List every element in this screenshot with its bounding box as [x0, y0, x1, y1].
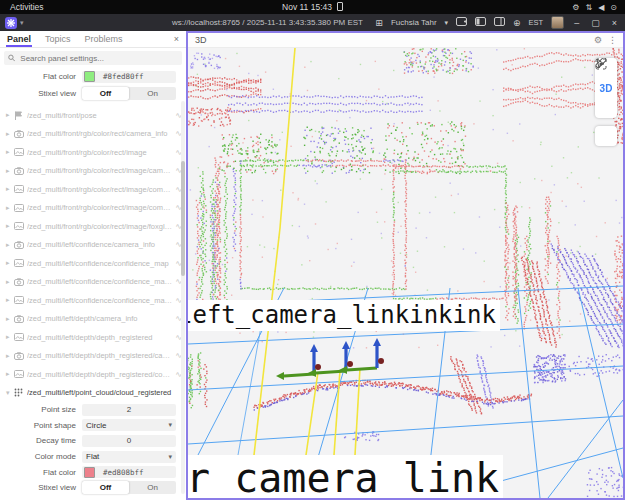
search-bar[interactable]: [4, 51, 182, 65]
expand-arrow-icon[interactable]: ▸: [6, 130, 14, 138]
toggle-option-on[interactable]: On: [129, 87, 176, 100]
setting-row: Color modeFlat▾: [0, 449, 186, 465]
expand-arrow-icon[interactable]: ▸: [6, 296, 14, 304]
setting-row: Decay time0: [0, 433, 186, 449]
topic-row[interactable]: ▸/zed_multi/left/confidence/confidence_m…: [0, 291, 186, 310]
topic-row[interactable]: ▸/zed_multi/front/rgb/color/rect/image/c…: [0, 162, 186, 181]
camera-icon: [14, 315, 27, 323]
select-input[interactable]: Flat▾: [82, 451, 176, 463]
tf-axis-green-arrowhead: [276, 372, 284, 380]
expand-arrow-icon[interactable]: ▸: [6, 315, 14, 323]
connection-status[interactable]: ws://localhost:8765 / 2025-11-11 3:43:35…: [160, 18, 375, 27]
camera-mode-button[interactable]: 3D: [595, 78, 617, 98]
topic-row[interactable]: ▸/zed_multi/left/depth/camera_info∿: [0, 310, 186, 329]
close-button[interactable]: ×: [610, 18, 619, 28]
activities-button[interactable]: Activities: [0, 2, 44, 12]
topic-name: /zed_multi/left/point_cloud/cloud_regist…: [27, 388, 182, 397]
power-icon[interactable]: ⊙: [610, 3, 617, 12]
expand-arrow-icon[interactable]: ▸: [6, 111, 14, 119]
topic-row[interactable]: ▸/zed_multi/left/depth/depth_registered/…: [0, 347, 186, 366]
expand-arrow-icon[interactable]: ▸: [6, 333, 14, 341]
color-swatch[interactable]: [84, 71, 95, 82]
tf-axis-red: [378, 358, 384, 364]
topic-row[interactable]: ▸/zed_multi/front/rgb/color/rect/camera_…: [0, 125, 186, 144]
right-sidebar-toggle-icon[interactable]: [494, 17, 505, 28]
add-panel-icon[interactable]: [456, 17, 467, 28]
topic-row[interactable]: ▸/zed_multi/front/rgb/color/rect/image/c…: [0, 199, 186, 218]
3d-panel-header: 3D ⚙ ⋮: [188, 33, 623, 48]
camera-ray: [334, 370, 340, 455]
app-menu-chevron-icon[interactable]: ▾: [20, 19, 24, 27]
tab-topics[interactable]: Topics: [38, 31, 78, 47]
clock[interactable]: Nov 11 15:43: [0, 2, 625, 12]
sidebar-scrollbar[interactable]: [181, 101, 185, 494]
measure-tool-button[interactable]: [595, 98, 617, 118]
expand-arrow-icon[interactable]: ▸: [6, 204, 14, 212]
layout-name[interactable]: Fuchsia Tahr: [391, 18, 437, 27]
topic-name: /zed_multi/left/depth/depth_registered: [27, 333, 172, 342]
expand-arrow-icon[interactable]: ▸: [6, 352, 14, 360]
volume-icon[interactable]: ◀: [598, 3, 604, 12]
avatar[interactable]: [551, 16, 564, 29]
foxglove-logo-icon[interactable]: [5, 17, 17, 29]
select-input[interactable]: Circle▾: [82, 419, 176, 431]
panel-settings-gear-icon[interactable]: ⚙: [594, 35, 602, 45]
setting-row: Flat color#8fed80ff: [0, 68, 186, 85]
minimize-button[interactable]: –: [572, 18, 581, 28]
scrollbar-thumb[interactable]: [181, 161, 185, 276]
network-icon[interactable]: ⇅: [585, 3, 592, 12]
top-settings: Flat color#8fed80ffStixel viewOffOn: [0, 68, 186, 102]
expand-arrow-icon[interactable]: ▸: [6, 278, 14, 286]
toggle-option-on[interactable]: On: [129, 481, 176, 494]
topic-row[interactable]: ▾/zed_multi/left/point_cloud/cloud_regis…: [0, 384, 186, 403]
3d-panel: 3D ⚙ ⋮ left_camera_linkinkink r camera l…: [186, 31, 625, 500]
topic-row[interactable]: ▸/zed_multi/left/confidence/confidence_m…: [0, 273, 186, 292]
topic-name: /zed_multi/left/depth/depth_registered/c…: [27, 370, 172, 379]
layout-icon[interactable]: ⊞: [375, 18, 383, 28]
topic-row[interactable]: ▸/zed_multi/left/depth/depth_registered∿: [0, 328, 186, 347]
tf-axis-red: [347, 361, 353, 367]
number-input[interactable]: 2: [82, 404, 176, 416]
color-swatch[interactable]: [84, 467, 95, 478]
settings-icon[interactable]: ⚙: [572, 3, 579, 12]
expand-arrow-icon[interactable]: ▸: [6, 370, 14, 378]
restore-button[interactable]: ▢: [589, 18, 602, 28]
expand-arrow-icon[interactable]: ▸: [6, 185, 14, 193]
color-input[interactable]: #ed808bff: [82, 466, 176, 478]
topic-row[interactable]: ▸/zed_multi/left/depth/depth_registered/…: [0, 365, 186, 384]
color-input[interactable]: #8fed80ff: [82, 71, 176, 83]
sidebar-close-icon[interactable]: ×: [174, 34, 186, 44]
image-icon: [14, 259, 27, 267]
3d-viewport[interactable]: left_camera_linkinkink r camera link 3D: [188, 48, 623, 498]
topic-row[interactable]: ▸/zed_multi/front/pose∿: [0, 106, 186, 125]
tab-panel[interactable]: Panel: [0, 31, 38, 47]
expand-arrow-icon[interactable]: ▸: [6, 222, 14, 230]
topic-row[interactable]: ▸/zed_multi/left/confidence/camera_info∿: [0, 236, 186, 255]
topic-name: /zed_multi/left/confidence/confidence_ma…: [27, 277, 172, 286]
topic-row[interactable]: ▸/zed_multi/front/rgb/color/rect/image/c…: [0, 180, 186, 199]
left-sidebar-toggle-icon[interactable]: [475, 17, 486, 28]
number-input[interactable]: 0: [82, 435, 176, 447]
setting-label: Point size: [0, 405, 82, 414]
grid-line: [188, 416, 623, 444]
toggle-control: OffOn: [82, 87, 176, 100]
tab-problems[interactable]: Problems: [78, 31, 130, 47]
topic-row[interactable]: ▸/zed_multi/front/rgb/color/rect/image∿: [0, 143, 186, 162]
expand-arrow-icon[interactable]: ▸: [6, 259, 14, 267]
timezone-globe-icon[interactable]: ⊕: [513, 18, 521, 28]
timezone-label[interactable]: EST: [529, 18, 544, 27]
select-value: Flat: [86, 452, 99, 461]
collapse-arrow-icon[interactable]: ▾: [6, 389, 14, 397]
toggle-option-off[interactable]: Off: [82, 481, 129, 494]
expand-arrow-icon[interactable]: ▸: [6, 241, 14, 249]
focus-camera-button[interactable]: [595, 126, 617, 146]
topic-row[interactable]: ▸/zed_multi/front/rgb/color/rect/image/f…: [0, 217, 186, 236]
toggle-option-off[interactable]: Off: [82, 87, 129, 100]
panel-menu-dots-icon[interactable]: ⋮: [608, 35, 617, 45]
search-input[interactable]: [18, 53, 178, 64]
topic-row[interactable]: ▸/zed_multi/left/confidence/confidence_m…: [0, 254, 186, 273]
layout-chevron-icon[interactable]: ▾: [445, 19, 449, 27]
expand-arrow-icon[interactable]: ▸: [6, 148, 14, 156]
expand-arrow-icon[interactable]: ▸: [6, 167, 14, 175]
camera-icon: [14, 352, 27, 360]
